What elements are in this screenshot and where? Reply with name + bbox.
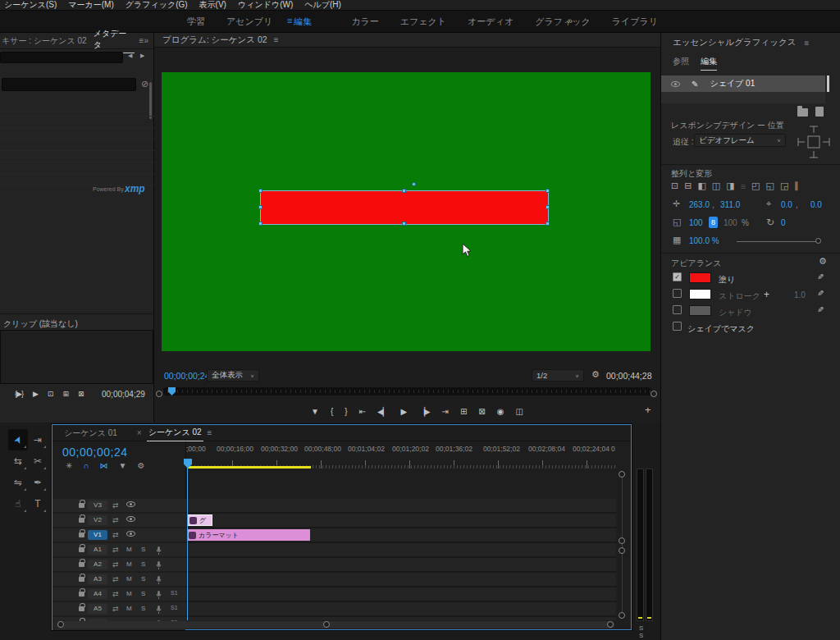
voice-over-record-icon[interactable] (156, 561, 162, 569)
tab-sequence-01[interactable]: シーケンス 01 (64, 427, 117, 439)
workspace-tab[interactable]: アセンブリ (226, 16, 272, 28)
add-marker-icon[interactable]: ▼ (311, 407, 318, 416)
selection-tool[interactable]: ➤ (8, 429, 28, 450)
track-target-button[interactable]: A3 (88, 574, 107, 584)
shape-handle[interactable] (546, 222, 550, 226)
go-to-out-icon[interactable]: ⇥ (442, 407, 448, 416)
shape-handle[interactable] (258, 222, 262, 226)
program-scrubber[interactable] (162, 387, 652, 395)
tab-browse[interactable]: 参照 (673, 56, 689, 67)
menu-item[interactable]: シーケンス(S) (4, 0, 57, 11)
track-target-button[interactable]: V3 (88, 501, 107, 510)
menu-item[interactable]: ヘルプ(H) (304, 0, 341, 11)
align-left-icon[interactable]: ◧ (697, 181, 705, 191)
voice-over-record-icon[interactable] (156, 591, 162, 599)
linked-selection-icon[interactable]: ⋈ (100, 461, 108, 470)
scrubber-right-knob[interactable] (651, 391, 657, 397)
close-tab-icon[interactable]: × (137, 428, 142, 437)
comparison-view-icon[interactable]: ◫ (515, 407, 522, 416)
program-settings-wrench-icon[interactable]: ⚙ (591, 369, 600, 380)
track-target-button[interactable]: A1 (88, 545, 107, 555)
tab-sequence-02[interactable]: シーケンス 02 (147, 424, 203, 441)
scale-link-icon[interactable]: 8 (709, 217, 718, 228)
voice-over-record-icon[interactable] (156, 546, 162, 555)
track-lock-icon[interactable] (79, 592, 84, 597)
sync-lock-icon[interactable]: ⇄ (112, 590, 119, 598)
mask-checkbox[interactable] (673, 322, 682, 331)
horizontal-scrollbar[interactable] (57, 621, 614, 629)
metadata-search-input[interactable] (0, 52, 123, 63)
program-video-area[interactable] (162, 72, 651, 351)
track-lock-icon[interactable] (79, 533, 84, 537)
scale-x-value[interactable]: 100 (689, 218, 703, 227)
playback-resolution-select[interactable]: 1/2∨ (532, 369, 584, 382)
timeline-current-timecode[interactable]: 00;00;00;24 (62, 446, 127, 459)
shape-handle[interactable] (258, 189, 262, 193)
sync-lock-icon[interactable]: ⇄ (112, 575, 119, 583)
toggle-track-output-icon[interactable] (126, 531, 135, 537)
layer-visibility-icon[interactable] (671, 81, 680, 87)
eg-title[interactable]: エッセンシャルグラフィックス (673, 37, 796, 48)
add-marker-icon[interactable]: ▼ (119, 461, 127, 470)
follow-select[interactable]: ビデオフレーム∨ (694, 134, 786, 147)
program-title[interactable]: プログラム: シーケンス 02 (162, 34, 267, 46)
mute-button[interactable]: M (126, 546, 132, 553)
slip-tool[interactable]: ⇋ (8, 472, 28, 493)
mark-in-icon[interactable]: { (331, 407, 332, 416)
mute-button[interactable]: M (126, 575, 132, 583)
export-frame-icon[interactable]: ⊡ (48, 390, 53, 398)
new-layer-icon[interactable] (815, 107, 824, 117)
align-center-horizontally-icon[interactable]: ⊡ (671, 181, 678, 191)
workspace-tab[interactable]: 学習 (187, 16, 205, 28)
track-lock-icon[interactable] (79, 518, 84, 523)
track-target-button[interactable]: A5 (88, 604, 107, 614)
align-top-icon[interactable]: ◰ (751, 181, 760, 191)
solo-button[interactable]: S (141, 560, 145, 568)
program-current-timecode[interactable]: 00;00;00;24 (164, 371, 209, 381)
track-lock-icon[interactable] (79, 503, 84, 508)
type-tool[interactable]: T (28, 493, 48, 514)
workspace-tab[interactable]: オーディオ (468, 16, 514, 28)
menu-item[interactable]: 表示(V) (199, 0, 226, 11)
shape-handle[interactable] (546, 205, 550, 209)
tab-audio-mixer[interactable]: キサー : シーケンス 02 (2, 35, 87, 47)
play-in-to-out-icon[interactable]: {▶} (15, 390, 23, 398)
new-folder-icon[interactable] (797, 108, 808, 117)
track-lock-icon[interactable] (79, 577, 84, 582)
pen-tool[interactable]: ✒ (28, 472, 48, 493)
sync-lock-icon[interactable]: ⇄ (112, 546, 119, 554)
timeline-ruler[interactable]: ;00;0000;00;16;0000;00;32;0000;00;48;000… (185, 445, 615, 455)
color-matte-clip-v1[interactable]: カラーマット (187, 529, 310, 541)
panel-menu-icon[interactable]: ≡ (804, 39, 809, 48)
workspace-tab[interactable]: ライブラリ (612, 16, 658, 28)
sync-lock-icon[interactable]: ⇄ (112, 560, 119, 569)
go-to-in-icon[interactable]: ⇤ (359, 407, 365, 416)
shape-handle[interactable] (546, 189, 550, 193)
shadow-color-swatch[interactable] (689, 305, 711, 316)
vertical-scrollbar-track[interactable] (622, 473, 623, 615)
shape-anchor-handle[interactable] (412, 182, 416, 186)
sync-lock-icon[interactable]: ⇄ (112, 531, 119, 539)
mute-button[interactable]: M (126, 560, 132, 568)
timeline-lanes[interactable] (185, 499, 616, 620)
add-button-icon[interactable]: + (645, 404, 651, 416)
clear-field-icon[interactable]: ⊘ (141, 79, 148, 89)
fill-checkbox[interactable]: ✓ (673, 272, 682, 281)
toggle-track-output-icon[interactable] (126, 516, 135, 522)
prev-arrow-icon[interactable]: ◀ (128, 53, 132, 59)
toggle-track-output-icon[interactable] (126, 501, 135, 507)
step-forward-icon[interactable]: ▕▶ (418, 407, 429, 416)
step-back-icon[interactable]: ◀▏ (377, 407, 388, 416)
menu-item[interactable]: マーカー(M) (68, 0, 113, 11)
fill-eyedropper-icon[interactable]: ✎ (817, 272, 824, 281)
responsive-pin-widget[interactable] (795, 123, 833, 161)
track-target-button[interactable]: A2 (88, 560, 107, 569)
sync-lock-icon[interactable]: ⇄ (112, 516, 119, 524)
program-playhead[interactable] (168, 387, 176, 395)
solo-button[interactable]: S (141, 546, 145, 553)
anchor-y-value[interactable]: 0.0 (810, 200, 822, 209)
menu-item[interactable]: ウィンドウ(W) (238, 0, 293, 11)
workspace-menu-icon[interactable]: ≡ (287, 16, 292, 25)
tab-metadata[interactable]: メタデータ (94, 28, 135, 53)
layer-row[interactable]: ✎ シェイプ 01 (661, 75, 825, 92)
